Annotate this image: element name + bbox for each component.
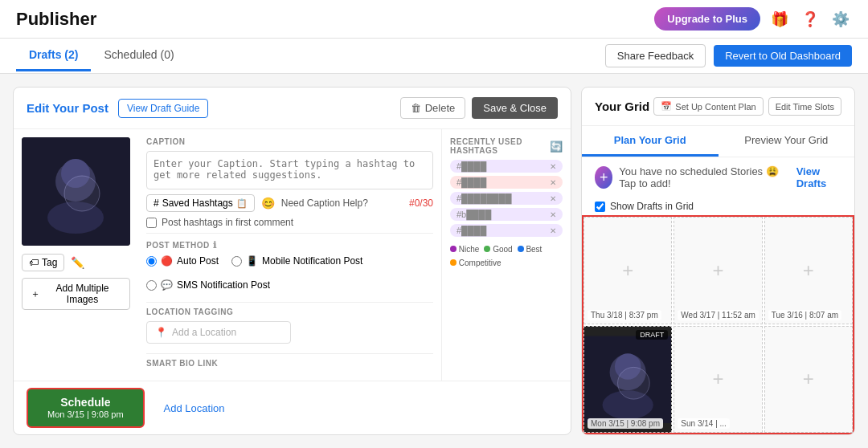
right-header-buttons: 📅 Set Up Content Plan Edit Time Slots [653,97,841,116]
hashtags-panel: RECENTLY USED HASHTAGS 🔄 #████ ✕ #████ ✕… [442,129,571,381]
mobile-notification-option[interactable]: 📱 Mobile Notification Post [231,255,362,267]
edit-time-slots-button[interactable]: Edit Time Slots [768,97,841,116]
refresh-hashtags-icon[interactable]: 🔄 [550,141,563,153]
caption-input[interactable] [146,151,433,189]
tab-plan-grid[interactable]: Plan Your Grid [582,126,719,157]
view-draft-guide-button[interactable]: View Draft Guide [118,99,209,118]
setup-content-plan-button[interactable]: 📅 Set Up Content Plan [653,97,763,116]
grid-plus-3: + [803,259,814,282]
hashtag-legend: Niche Good Best Competitive [450,245,563,267]
post-hashtags-checkbox[interactable] [146,218,157,228]
help-icon[interactable]: ❓ [799,8,821,31]
edit-post-panel: Edit Your Post View Draft Guide 🗑 Delete… [13,87,571,435]
caption-counter: #0/30 [409,198,433,209]
add-multiple-images-button[interactable]: ＋ Add Multiple Images [22,278,130,310]
show-drafts-checkbox[interactable] [595,202,605,212]
hashtag-item-5: #████ ✕ [450,224,563,237]
left-panel-header: Edit Your Post View Draft Guide 🗑 Delete… [14,88,571,129]
revert-dashboard-button[interactable]: Revert to Old Dashboard [714,45,852,67]
grid-area: + Thu 3/18 | 8:37 pm + Wed 3/17 | 11:52 … [582,215,854,434]
grid-cell-6[interactable]: + [764,326,853,434]
hashtags-label: RECENTLY USED HASHTAGS [450,137,550,155]
settings-icon[interactable]: ⚙️ [829,8,852,31]
grid-cell-1[interactable]: + Thu 3/18 | 8:37 pm [583,217,672,324]
location-section: LOCATION TAGGING 📍 Add a Location [146,302,433,348]
svg-point-4 [64,176,100,211]
need-caption-button[interactable]: Need Caption Help? [281,198,368,209]
hashtag-remove-3[interactable]: ✕ [550,194,556,203]
bottom-bar: Schedule Mon 3/15 | 9:08 pm Add Location [14,381,571,434]
show-drafts-row: Show Drafts in Grid [582,198,854,215]
grid-time-2: Wed 3/17 | 11:52 am [678,310,758,320]
caption-label: CAPTION [146,137,433,146]
tab-preview-grid[interactable]: Preview Your Grid [719,126,855,157]
plus-icon: ＋ [31,287,40,301]
post-image [22,137,130,246]
help-info-icon: ℹ [213,240,217,250]
tabs-right-actions: Share Feedback Revert to Old Dashboard [605,44,852,67]
hashtag-remove-4[interactable]: ✕ [550,210,556,219]
share-feedback-button[interactable]: Share Feedback [605,44,706,67]
hashtag-remove-2[interactable]: ✕ [550,178,556,187]
your-grid-title: Your Grid [595,100,649,113]
good-dot [484,246,490,252]
grid-tabs: Plan Your Grid Preview Your Grid [582,126,854,157]
grid-plus-2: + [712,259,723,282]
schedule-button[interactable]: Schedule Mon 3/15 | 9:08 pm [27,388,145,428]
grid-cell-5[interactable]: + Sun 3/14 | ... [674,326,762,434]
smart-bio-section: SMART BIO LINK [146,353,433,373]
grid-plus-5: + [712,368,723,390]
grid-time-1: Thu 3/18 | 8:37 pm [588,310,661,320]
location-input[interactable]: 📍 Add a Location [146,321,291,344]
sms-notification-option[interactable]: 💬 SMS Notification Post [146,279,270,291]
caption-tools: # Saved Hashtags 📋 😊 Need Caption Help? … [146,194,433,212]
grid-cell-4[interactable]: DRAFT Mon 3/15 | 9:08 pm [583,326,672,434]
hashtag-item-2: #████ ✕ [450,176,563,189]
delete-button[interactable]: 🗑 Delete [400,97,466,119]
edit-image-icon[interactable]: ✏️ [71,256,84,269]
calendar-icon: 📅 [661,101,672,112]
grid-cell-2[interactable]: + Wed 3/17 | 11:52 am [674,217,762,324]
header-right: Upgrade to Plus 🎁 ❓ ⚙️ [654,7,852,31]
hashtag-icon: # [154,198,159,209]
caption-area: CAPTION # Saved Hashtags 📋 😊 Need Captio… [138,129,442,381]
competitive-dot [450,259,457,266]
hashtags-header: RECENTLY USED HASHTAGS 🔄 [450,137,563,155]
post-method-label: POST METHOD ℹ [146,240,433,250]
svg-point-9 [618,367,650,399]
main-content: Edit Your Post View Draft Guide 🗑 Delete… [0,74,868,448]
add-location-link[interactable]: Add Location [164,402,225,414]
left-panel-actions: 🗑 Delete Save & Close [400,97,558,119]
save-close-button[interactable]: Save & Close [472,97,558,119]
grid-container: + Thu 3/18 | 8:37 pm + Wed 3/17 | 11:52 … [582,215,854,434]
add-story-button[interactable]: + [595,166,612,189]
copy-icon: 📋 [236,198,248,209]
saved-hashtags-button[interactable]: # Saved Hashtags 📋 [146,194,255,212]
grid-cell-3[interactable]: + Tue 3/16 | 8:07 am [764,217,853,324]
hashtag-remove-1[interactable]: ✕ [550,162,556,171]
hashtag-remove-5[interactable]: ✕ [550,226,556,235]
upgrade-button[interactable]: Upgrade to Plus [654,7,760,31]
hashtag-item-4: #b████ ✕ [450,208,563,221]
grid-plus-1: + [622,259,633,282]
post-method-section: POST METHOD ℹ 🔴 Auto Post 📱 Mobile Noti [146,233,433,297]
draft-badge: DRAFT [636,330,668,340]
left-content: 🏷 Tag ✏️ ＋ Add Multiple Images CAPTION # [14,129,571,381]
gift-icon[interactable]: 🎁 [768,8,791,31]
tag-button[interactable]: 🏷 Tag [22,254,64,271]
emoji-icon[interactable]: 😊 [261,197,275,210]
pin-icon: 📍 [155,327,167,338]
hashtag-item-3: #████████ ✕ [450,192,563,205]
grid-plus-6: + [803,368,814,390]
post-hashtags-checkbox-label[interactable]: Post hashtags in first comment [146,217,433,228]
view-drafts-link[interactable]: View Drafts [796,165,841,189]
best-dot [518,246,524,252]
stories-banner: + You have no scheduled Stories 😩 Tap to… [582,157,854,198]
auto-post-option[interactable]: 🔴 Auto Post [146,255,219,267]
right-panel-header: Your Grid 📅 Set Up Content Plan Edit Tim… [582,88,854,126]
tab-scheduled[interactable]: Scheduled (0) [91,40,186,71]
smart-bio-label: SMART BIO LINK [146,359,433,368]
tab-drafts[interactable]: Drafts (2) [16,40,91,71]
location-label: LOCATION TAGGING [146,307,433,316]
your-grid-panel: Your Grid 📅 Set Up Content Plan Edit Tim… [581,87,855,435]
